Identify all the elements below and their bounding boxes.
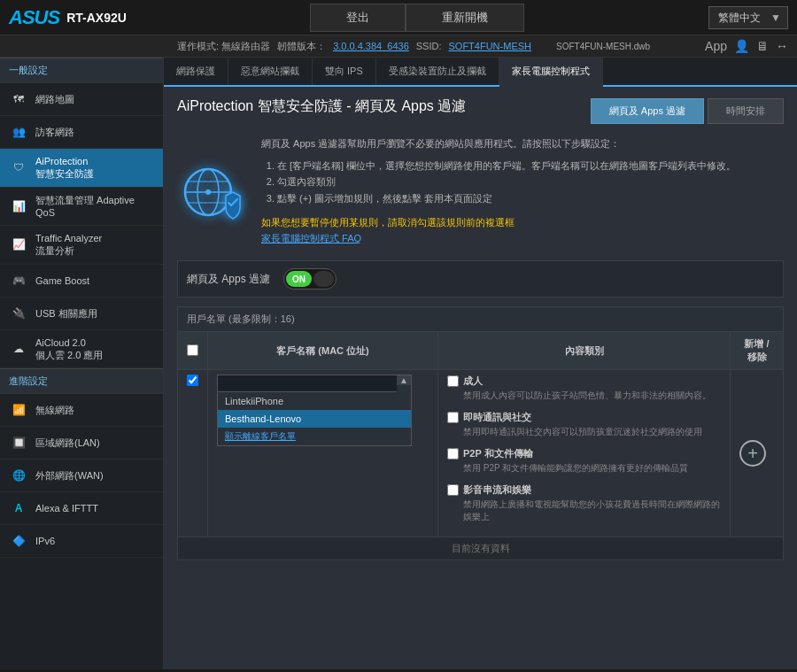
lan-icon: 🔲	[9, 433, 28, 452]
category-im-social: 即時通訊與社交 禁用即時通訊與社交內容可以預防孩童沉迷於社交網路的使用	[447, 411, 721, 438]
sidebar-item-ipv6[interactable]: 🔷 IPv6	[0, 525, 163, 558]
select-all-checkbox[interactable]	[187, 344, 198, 356]
category-im-social-desc: 禁用即時通訊與社交內容可以預防孩童沉迷於社交網路的使用	[463, 426, 721, 438]
col-content-header: 內容類別	[438, 332, 731, 370]
dropdown-scroll-up[interactable]: ▲	[397, 375, 411, 385]
sidebar-item-adaptive-qos[interactable]: 📊 智慧流量管理 Adaptive QoS	[0, 188, 163, 227]
sidebar-item-aiprotection[interactable]: 🛡 AiProtection 智慧安全防護	[0, 149, 163, 188]
sidebar-item-aicloud[interactable]: ☁ AiCloud 2.0 個人雲 2.0 應用	[0, 330, 163, 369]
firmware-label: 韌體版本：	[277, 40, 326, 53]
status-mode: 運作模式: 無線路由器	[177, 40, 270, 53]
client-search-input[interactable]	[218, 375, 397, 392]
info-section: 網頁及 Apps 過濾器幫助用戶瀏覽不必要的網站與應用程式。請按照以下步驟設定：…	[177, 135, 784, 247]
steps-list: 在 [客戶端名稱] 欄位中，選擇您想控制網路使用的客戶端。客戶端名稱可以在網路地…	[277, 158, 784, 207]
tab-malicious-sites[interactable]: 惡意網站攔截	[228, 58, 313, 85]
asus-logo: ASUS	[9, 6, 59, 29]
step-2: 勾選內容類別	[277, 174, 784, 190]
svg-point-5	[205, 189, 211, 195]
row-checkbox[interactable]	[187, 375, 198, 386]
category-streaming-checkbox[interactable]	[447, 484, 459, 496]
col-check-header	[178, 332, 208, 370]
wireless-icon: 📶	[9, 400, 28, 420]
client-dropdown: ▲ LintekiiPhone Besthand-Lenovo 顯示離線客戶名單	[217, 375, 412, 446]
category-p2p: P2P 和文件傳輸 禁用 P2P 和文件傳輸能夠讓您的網路擁有更好的傳輸品質	[447, 447, 721, 475]
category-streaming-label[interactable]: 影音串流和娛樂	[447, 483, 721, 497]
sidebar-item-wan[interactable]: 🌐 外部網路(WAN)	[0, 460, 163, 492]
sidebar-label-aiprotection: AiProtection 智慧安全防護	[35, 155, 94, 181]
sidebar-section-advanced: 進階設定	[0, 368, 163, 394]
toggle-label: 網頁及 Apps 過濾	[187, 272, 270, 287]
category-adult-checkbox[interactable]	[447, 375, 459, 387]
tab-parental-control[interactable]: 家長電腦控制程式	[499, 58, 603, 87]
app-label: App	[705, 39, 727, 53]
user-table: 客戶名稱 (MAC 位址) 內容類別 新增 / 移除	[177, 331, 784, 560]
content-area: 網路保護 惡意網站攔截 雙向 IPS 受感染裝置防止及攔截 家長電腦控制程式 A…	[164, 58, 797, 669]
sub-tab-bar: 網頁及 Apps 過濾 時間安排	[591, 98, 784, 124]
sub-tab-web-apps-filter[interactable]: 網頁及 Apps 過濾	[591, 98, 704, 124]
sidebar-label-aicloud: AiCloud 2.0 個人雲 2.0 應用	[35, 336, 103, 362]
user-icon[interactable]: 👤	[734, 39, 749, 53]
model-name: RT-AX92U	[66, 11, 127, 25]
note-text: 如果您想要暫停使用某規則，請取消勾選該規則前的複選框	[261, 217, 515, 228]
ssid-label: SSID:	[416, 41, 442, 51]
display-icon[interactable]: 🖥	[756, 39, 769, 53]
sidebar-item-wireless[interactable]: 📶 無線網路	[0, 394, 163, 427]
sidebar-item-guest-network[interactable]: 👥 訪客網路	[0, 116, 163, 149]
sub-tab-time-scheduling[interactable]: 時間安排	[708, 98, 784, 124]
client-list: LintekiiPhone Besthand-Lenovo	[218, 392, 411, 428]
sidebar-label-alexa: Alexa & IFTTT	[35, 502, 98, 514]
usb-app-icon: 🔌	[9, 304, 28, 323]
category-p2p-desc: 禁用 P2P 和文件傳輸能夠讓您的網路擁有更好的傳輸品質	[463, 462, 721, 475]
device-name: SOFT4FUN-MESH.dwb	[556, 42, 650, 51]
toggle-on-indicator: ON	[286, 271, 312, 287]
wan-icon: 🌐	[9, 466, 28, 485]
status-bar: 運作模式: 無線路由器 韌體版本： 3.0.0.4.384_6436 SSID:…	[0, 35, 797, 58]
category-p2p-checkbox[interactable]	[447, 448, 459, 460]
ssid-link[interactable]: SOFT4FUN-MESH	[449, 41, 532, 51]
language-select[interactable]: 繁體中文 English	[708, 6, 788, 29]
no-data-cell: 目前沒有資料	[178, 537, 784, 560]
filter-toggle[interactable]: ON	[283, 268, 337, 290]
step-3: 點擊 (+) 圖示增加規則，然後點擊 套用本頁面設定	[277, 190, 784, 207]
sidebar-label-guest-network: 訪客網路	[35, 126, 74, 138]
category-im-social-label[interactable]: 即時通訊與社交	[447, 411, 721, 424]
guest-network-icon: 👥	[9, 122, 28, 142]
table-row: ▲ LintekiiPhone Besthand-Lenovo 顯示離線客戶名單	[178, 370, 784, 537]
show-offline-clients-link[interactable]: 顯示離線客戶名單	[218, 428, 411, 445]
share-icon[interactable]: ↔	[776, 39, 788, 53]
category-p2p-label[interactable]: P2P 和文件傳輸	[447, 447, 721, 460]
faq-link[interactable]: 家長電腦控制程式 FAQ	[261, 233, 361, 243]
client-item-besthand[interactable]: Besthand-Lenovo	[218, 410, 411, 428]
tab-network-protection[interactable]: 網路保護	[164, 58, 228, 85]
toggle-row: 網頁及 Apps 過濾 ON	[177, 260, 784, 297]
globe-shield-icon	[180, 158, 246, 225]
sidebar-item-usb-app[interactable]: 🔌 USB 相關應用	[0, 297, 163, 330]
category-adult: 成人 禁用成人內容可以防止孩子站問色情、暴力和非法的相關內容。	[447, 375, 721, 402]
page-title: AiProtection 智慧安全防護 - 網頁及 Apps 過濾	[177, 97, 466, 116]
tab-infected-device[interactable]: 受感染裝置防止及攔截	[376, 58, 499, 85]
add-rule-button[interactable]: +	[739, 440, 766, 467]
aicloud-icon: ☁	[9, 339, 28, 359]
sidebar-item-lan[interactable]: 🔲 區域網路(LAN)	[0, 427, 163, 460]
aiprotection-icon: 🛡	[9, 158, 28, 177]
traffic-analyzer-icon: 📈	[9, 235, 28, 254]
tab-two-way-ips[interactable]: 雙向 IPS	[313, 58, 376, 85]
reboot-button[interactable]: 重新開機	[406, 4, 524, 32]
firmware-link[interactable]: 3.0.0.4.384_6436	[333, 41, 409, 51]
status-icons: App 👤 🖥 ↔	[705, 39, 788, 53]
page-content: AiProtection 智慧安全防護 - 網頁及 Apps 過濾 網頁及 Ap…	[164, 87, 797, 571]
sidebar-label-adaptive-qos: 智慧流量管理 Adaptive QoS	[35, 194, 135, 220]
sidebar-item-network-map[interactable]: 🗺 網路地圖	[0, 83, 163, 116]
category-im-social-checkbox[interactable]	[447, 412, 459, 423]
sidebar-section-general: 一般設定	[0, 58, 163, 83]
sidebar-item-traffic-analyzer[interactable]: 📈 Traffic Analyzer 流量分析	[0, 226, 163, 265]
logout-button[interactable]: 登出	[310, 4, 406, 32]
sidebar-label-usb-app: USB 相關應用	[35, 307, 97, 320]
sidebar-item-alexa[interactable]: A Alexa & IFTTT	[0, 492, 163, 525]
client-name-cell: ▲ LintekiiPhone Besthand-Lenovo 顯示離線客戶名單	[208, 370, 438, 537]
category-adult-label[interactable]: 成人	[447, 375, 721, 388]
sidebar-label-wireless: 無線網路	[35, 404, 74, 416]
client-item-lintekii[interactable]: LintekiiPhone	[218, 392, 411, 410]
category-adult-desc: 禁用成人內容可以防止孩子站問色情、暴力和非法的相關內容。	[463, 390, 721, 402]
sidebar-item-game-boost[interactable]: 🎮 Game Boost	[0, 265, 163, 297]
